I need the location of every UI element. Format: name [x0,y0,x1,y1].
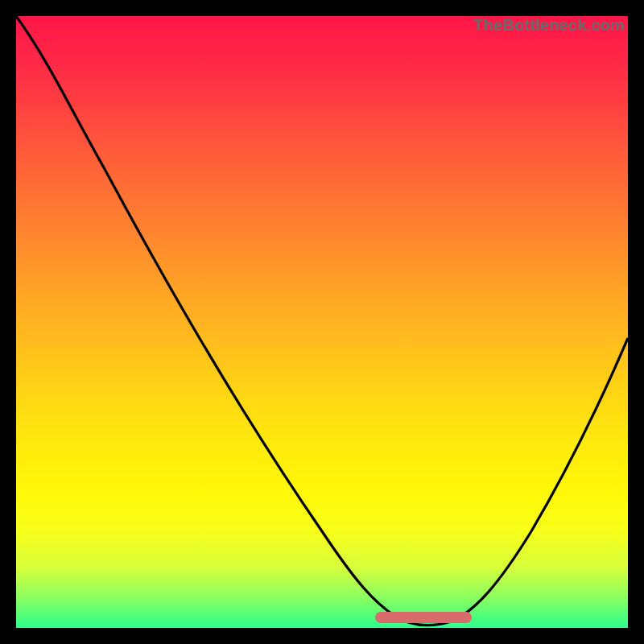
plot-area: TheBottleneck.com [16,16,628,628]
curve-svg [16,16,628,628]
chart-container: TheBottleneck.com [0,0,644,644]
accent-segment [375,612,472,623]
bottleneck-curve-path [16,16,628,625]
